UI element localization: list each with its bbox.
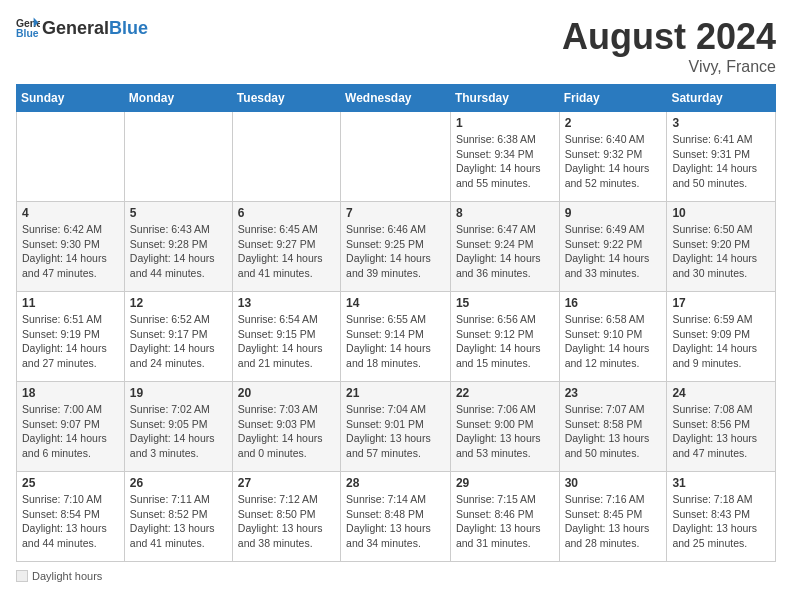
day-number: 20 <box>238 386 335 400</box>
table-row: 9Sunrise: 6:49 AMSunset: 9:22 PMDaylight… <box>559 202 667 292</box>
day-info: Sunrise: 6:45 AMSunset: 9:27 PMDaylight:… <box>238 222 335 281</box>
day-number: 31 <box>672 476 770 490</box>
day-info: Sunrise: 6:51 AMSunset: 9:19 PMDaylight:… <box>22 312 119 371</box>
day-info: Sunrise: 7:04 AMSunset: 9:01 PMDaylight:… <box>346 402 445 461</box>
svg-text:Blue: Blue <box>16 28 39 39</box>
table-row: 22Sunrise: 7:06 AMSunset: 9:00 PMDayligh… <box>450 382 559 472</box>
table-row: 6Sunrise: 6:45 AMSunset: 9:27 PMDaylight… <box>232 202 340 292</box>
col-thursday: Thursday <box>450 85 559 112</box>
day-number: 17 <box>672 296 770 310</box>
day-info: Sunrise: 7:00 AMSunset: 9:07 PMDaylight:… <box>22 402 119 461</box>
day-number: 9 <box>565 206 662 220</box>
col-sunday: Sunday <box>17 85 125 112</box>
day-number: 27 <box>238 476 335 490</box>
day-info: Sunrise: 7:15 AMSunset: 8:46 PMDaylight:… <box>456 492 554 551</box>
day-info: Sunrise: 7:02 AMSunset: 9:05 PMDaylight:… <box>130 402 227 461</box>
table-row: 26Sunrise: 7:11 AMSunset: 8:52 PMDayligh… <box>124 472 232 562</box>
table-row: 11Sunrise: 6:51 AMSunset: 9:19 PMDayligh… <box>17 292 125 382</box>
logo-general: General <box>42 18 109 38</box>
table-row <box>17 112 125 202</box>
table-row: 10Sunrise: 6:50 AMSunset: 9:20 PMDayligh… <box>667 202 776 292</box>
logo: General Blue GeneralBlue <box>16 16 148 40</box>
calendar-body: 1Sunrise: 6:38 AMSunset: 9:34 PMDaylight… <box>17 112 776 562</box>
day-number: 6 <box>238 206 335 220</box>
day-info: Sunrise: 6:56 AMSunset: 9:12 PMDaylight:… <box>456 312 554 371</box>
col-saturday: Saturday <box>667 85 776 112</box>
table-row: 5Sunrise: 6:43 AMSunset: 9:28 PMDaylight… <box>124 202 232 292</box>
day-info: Sunrise: 7:10 AMSunset: 8:54 PMDaylight:… <box>22 492 119 551</box>
header-row: Sunday Monday Tuesday Wednesday Thursday… <box>17 85 776 112</box>
col-monday: Monday <box>124 85 232 112</box>
day-number: 5 <box>130 206 227 220</box>
day-info: Sunrise: 6:50 AMSunset: 9:20 PMDaylight:… <box>672 222 770 281</box>
logo-blue: Blue <box>109 18 148 38</box>
table-row: 28Sunrise: 7:14 AMSunset: 8:48 PMDayligh… <box>341 472 451 562</box>
day-number: 2 <box>565 116 662 130</box>
page-header: General Blue GeneralBlue August 2024 Viv… <box>16 16 776 76</box>
day-info: Sunrise: 7:11 AMSunset: 8:52 PMDaylight:… <box>130 492 227 551</box>
day-number: 26 <box>130 476 227 490</box>
day-info: Sunrise: 6:43 AMSunset: 9:28 PMDaylight:… <box>130 222 227 281</box>
title-block: August 2024 Vivy, France <box>562 16 776 76</box>
calendar-week-row: 11Sunrise: 6:51 AMSunset: 9:19 PMDayligh… <box>17 292 776 382</box>
day-number: 29 <box>456 476 554 490</box>
day-info: Sunrise: 7:07 AMSunset: 8:58 PMDaylight:… <box>565 402 662 461</box>
day-number: 3 <box>672 116 770 130</box>
table-row: 7Sunrise: 6:46 AMSunset: 9:25 PMDaylight… <box>341 202 451 292</box>
table-row: 27Sunrise: 7:12 AMSunset: 8:50 PMDayligh… <box>232 472 340 562</box>
day-number: 22 <box>456 386 554 400</box>
table-row: 17Sunrise: 6:59 AMSunset: 9:09 PMDayligh… <box>667 292 776 382</box>
col-tuesday: Tuesday <box>232 85 340 112</box>
legend-box <box>16 570 28 582</box>
calendar-table: Sunday Monday Tuesday Wednesday Thursday… <box>16 84 776 562</box>
table-row <box>232 112 340 202</box>
day-info: Sunrise: 7:12 AMSunset: 8:50 PMDaylight:… <box>238 492 335 551</box>
day-number: 15 <box>456 296 554 310</box>
day-info: Sunrise: 6:47 AMSunset: 9:24 PMDaylight:… <box>456 222 554 281</box>
day-info: Sunrise: 6:42 AMSunset: 9:30 PMDaylight:… <box>22 222 119 281</box>
table-row: 8Sunrise: 6:47 AMSunset: 9:24 PMDaylight… <box>450 202 559 292</box>
day-number: 4 <box>22 206 119 220</box>
location-subtitle: Vivy, France <box>562 58 776 76</box>
table-row: 20Sunrise: 7:03 AMSunset: 9:03 PMDayligh… <box>232 382 340 472</box>
legend-label: Daylight hours <box>32 570 102 582</box>
calendar-header: Sunday Monday Tuesday Wednesday Thursday… <box>17 85 776 112</box>
table-row: 12Sunrise: 6:52 AMSunset: 9:17 PMDayligh… <box>124 292 232 382</box>
table-row: 15Sunrise: 6:56 AMSunset: 9:12 PMDayligh… <box>450 292 559 382</box>
day-number: 21 <box>346 386 445 400</box>
day-number: 28 <box>346 476 445 490</box>
day-number: 10 <box>672 206 770 220</box>
day-number: 16 <box>565 296 662 310</box>
table-row: 30Sunrise: 7:16 AMSunset: 8:45 PMDayligh… <box>559 472 667 562</box>
col-friday: Friday <box>559 85 667 112</box>
calendar-week-row: 1Sunrise: 6:38 AMSunset: 9:34 PMDaylight… <box>17 112 776 202</box>
table-row: 13Sunrise: 6:54 AMSunset: 9:15 PMDayligh… <box>232 292 340 382</box>
table-row: 4Sunrise: 6:42 AMSunset: 9:30 PMDaylight… <box>17 202 125 292</box>
logo-icon: General Blue <box>16 16 40 40</box>
day-info: Sunrise: 6:54 AMSunset: 9:15 PMDaylight:… <box>238 312 335 371</box>
day-number: 14 <box>346 296 445 310</box>
table-row <box>124 112 232 202</box>
calendar-week-row: 4Sunrise: 6:42 AMSunset: 9:30 PMDaylight… <box>17 202 776 292</box>
day-info: Sunrise: 7:03 AMSunset: 9:03 PMDaylight:… <box>238 402 335 461</box>
day-number: 19 <box>130 386 227 400</box>
table-row: 18Sunrise: 7:00 AMSunset: 9:07 PMDayligh… <box>17 382 125 472</box>
table-row: 25Sunrise: 7:10 AMSunset: 8:54 PMDayligh… <box>17 472 125 562</box>
day-number: 7 <box>346 206 445 220</box>
day-info: Sunrise: 7:16 AMSunset: 8:45 PMDaylight:… <box>565 492 662 551</box>
day-number: 23 <box>565 386 662 400</box>
day-info: Sunrise: 6:59 AMSunset: 9:09 PMDaylight:… <box>672 312 770 371</box>
day-info: Sunrise: 6:46 AMSunset: 9:25 PMDaylight:… <box>346 222 445 281</box>
day-number: 30 <box>565 476 662 490</box>
day-number: 8 <box>456 206 554 220</box>
table-row: 19Sunrise: 7:02 AMSunset: 9:05 PMDayligh… <box>124 382 232 472</box>
col-wednesday: Wednesday <box>341 85 451 112</box>
table-row: 1Sunrise: 6:38 AMSunset: 9:34 PMDaylight… <box>450 112 559 202</box>
calendar-week-row: 18Sunrise: 7:00 AMSunset: 9:07 PMDayligh… <box>17 382 776 472</box>
table-row: 29Sunrise: 7:15 AMSunset: 8:46 PMDayligh… <box>450 472 559 562</box>
table-row: 21Sunrise: 7:04 AMSunset: 9:01 PMDayligh… <box>341 382 451 472</box>
table-row: 3Sunrise: 6:41 AMSunset: 9:31 PMDaylight… <box>667 112 776 202</box>
day-info: Sunrise: 6:52 AMSunset: 9:17 PMDaylight:… <box>130 312 227 371</box>
month-year-title: August 2024 <box>562 16 776 58</box>
day-info: Sunrise: 6:41 AMSunset: 9:31 PMDaylight:… <box>672 132 770 191</box>
